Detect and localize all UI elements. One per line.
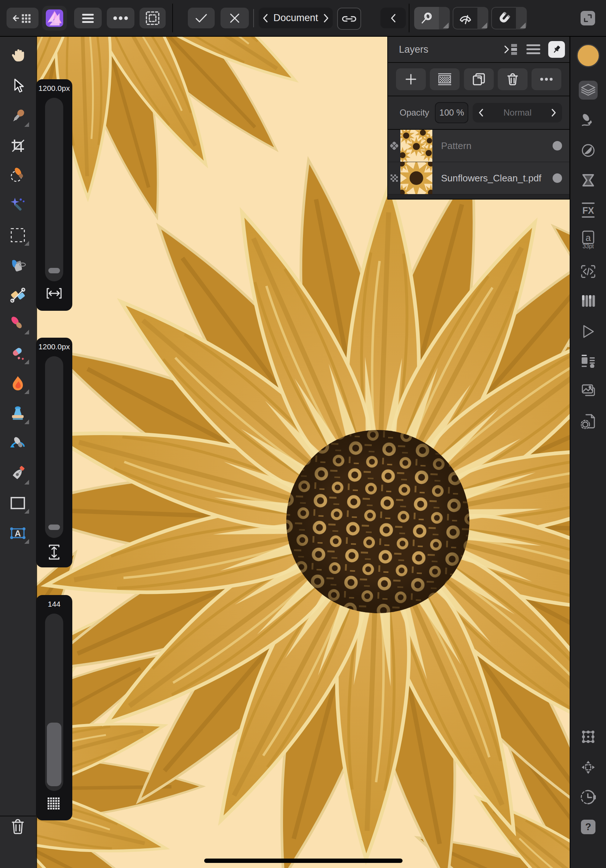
chevron-right-icon[interactable]: [323, 14, 329, 23]
assistant-gauge-button[interactable]: [453, 7, 478, 29]
crop-tool[interactable]: [9, 137, 26, 154]
top-toolbar: Document: [0, 0, 606, 37]
app-icon-button[interactable]: [42, 6, 67, 31]
paint-brush-tool[interactable]: [9, 316, 26, 332]
brush-width-slider[interactable]: [45, 98, 63, 281]
dodge-burn-tool[interactable]: [9, 375, 26, 392]
document-nav-label: Document: [273, 12, 318, 23]
sidebar-metadata-button[interactable]: [579, 352, 598, 371]
flood-fill-tool[interactable]: [9, 256, 26, 273]
smudge-brush-tool[interactable]: [9, 436, 26, 452]
link-button[interactable]: [337, 8, 361, 30]
flood-select-tool[interactable]: [9, 197, 26, 213]
commit-button[interactable]: [188, 8, 215, 28]
sidebar-channels-button[interactable]: [579, 291, 598, 310]
magnifier-icon: [420, 12, 433, 25]
more-layer-options-button[interactable]: [532, 68, 561, 90]
document-menu-button[interactable]: [74, 8, 102, 28]
mask-layer-button[interactable]: [430, 68, 459, 90]
sunflowers-layer-thumbnail[interactable]: [400, 162, 432, 194]
brush-height-slider[interactable]: [45, 356, 63, 538]
select-menu-button[interactable]: [139, 8, 166, 28]
layers-toolbar: [388, 63, 569, 96]
snapping-options-button[interactable]: [491, 7, 527, 29]
layer-visibility-toggle[interactable]: [553, 141, 562, 150]
pen-nib-icon: [10, 466, 26, 482]
chevron-left-icon[interactable]: [262, 14, 268, 23]
move-tool[interactable]: [9, 78, 26, 94]
sidebar-history-button[interactable]: [579, 788, 598, 807]
rectangle-icon: [10, 496, 25, 510]
snapping-magnet-button[interactable]: [491, 7, 516, 29]
selection-brush-tool[interactable]: [9, 166, 26, 183]
snapping-options-flyout[interactable]: [516, 7, 527, 29]
text-tool[interactable]: A: [9, 525, 26, 542]
opacity-label: Opacity: [400, 108, 429, 118]
pan-hand-tool[interactable]: [9, 47, 26, 64]
duplicate-layer-button[interactable]: [464, 68, 494, 90]
assistant-options-flyout[interactable]: [478, 7, 488, 29]
brush-height-slider-thumb[interactable]: [48, 524, 60, 530]
brush-spacing-panel: 144: [36, 595, 72, 820]
current-color-swatch[interactable]: [577, 44, 600, 67]
sidebar-macros-button[interactable]: [579, 262, 598, 281]
panel-back-button[interactable]: [380, 8, 406, 28]
add-layer-button[interactable]: [396, 68, 426, 90]
brush-spacing-slider[interactable]: [45, 614, 63, 791]
sidebar-transform-button[interactable]: [579, 727, 598, 746]
back-to-gallery-button[interactable]: [6, 8, 39, 28]
brush-width-slider-thumb[interactable]: [48, 268, 60, 273]
layer-visibility-toggle[interactable]: [553, 174, 562, 183]
gradient-tool[interactable]: [9, 287, 26, 304]
color-picker-tool[interactable]: [9, 108, 26, 125]
document-nav[interactable]: Document: [259, 8, 333, 28]
topbar-divider: [409, 4, 410, 33]
sidebar-play-macro-button[interactable]: [579, 322, 598, 341]
zoom-tool-button[interactable]: [414, 7, 439, 29]
sidebar-help-button[interactable]: ?: [579, 817, 598, 836]
svg-text:A: A: [14, 529, 21, 538]
layer-row-sunflowers[interactable]: Sunflowers_Clean_t.pdf: [388, 162, 569, 194]
rectangle-shape-tool[interactable]: [9, 495, 26, 512]
layers-list-options-button[interactable]: [526, 44, 540, 54]
crop-icon: [10, 138, 25, 153]
blend-next-icon[interactable]: [552, 108, 556, 117]
sidebar-layers-button[interactable]: [579, 81, 598, 99]
sidebar-document-settings-button[interactable]: [579, 412, 598, 431]
sidebar-stock-button[interactable]: [579, 381, 598, 400]
gradient-icon: [10, 287, 26, 303]
sidebar-adjustments-button[interactable]: [579, 141, 598, 160]
pattern-layer-thumbnail[interactable]: [400, 130, 432, 162]
sidebar-arrange-button[interactable]: [579, 758, 598, 777]
tools-sidebar: A: [0, 36, 36, 868]
marquee-select-tool[interactable]: [9, 227, 26, 243]
clone-stamp-tool[interactable]: [9, 405, 26, 422]
width-arrows-icon: [46, 287, 62, 299]
vector-pen-tool[interactable]: [9, 466, 26, 482]
opacity-value-field[interactable]: 100 %: [435, 102, 468, 123]
pin-panel-button[interactable]: [548, 41, 565, 58]
brush-spacing-slider-thumb[interactable]: [47, 722, 62, 786]
delete-tool[interactable]: [9, 818, 26, 835]
delete-layer-button[interactable]: [498, 68, 527, 90]
zoom-options-button[interactable]: [414, 7, 450, 29]
home-indicator-bar[interactable]: [204, 859, 402, 863]
brush-width-value: 1200.0px: [39, 84, 70, 93]
erase-brush-tool[interactable]: [9, 345, 26, 362]
brush-height-panel: 1200.0px: [36, 338, 72, 567]
cancel-button[interactable]: [221, 8, 249, 28]
more-options-button[interactable]: [107, 8, 134, 28]
layer-indent-button[interactable]: [504, 43, 518, 56]
layer-row-pattern[interactable]: Pattern: [388, 130, 569, 162]
link-chain-icon: [342, 15, 356, 23]
zoom-options-flyout[interactable]: [439, 7, 450, 29]
blend-prev-icon[interactable]: [478, 108, 483, 117]
assistant-options-button[interactable]: [453, 7, 488, 29]
topbar-divider: [172, 4, 173, 33]
display-toggle-button[interactable]: [581, 11, 595, 25]
pin-icon: [552, 45, 561, 54]
blend-mode-selector[interactable]: Normal: [473, 103, 562, 122]
sidebar-history-hourglass-button[interactable]: [579, 171, 598, 190]
sidebar-effects-button[interactable]: FX: [579, 201, 598, 220]
sidebar-brushes-button[interactable]: [579, 111, 598, 130]
